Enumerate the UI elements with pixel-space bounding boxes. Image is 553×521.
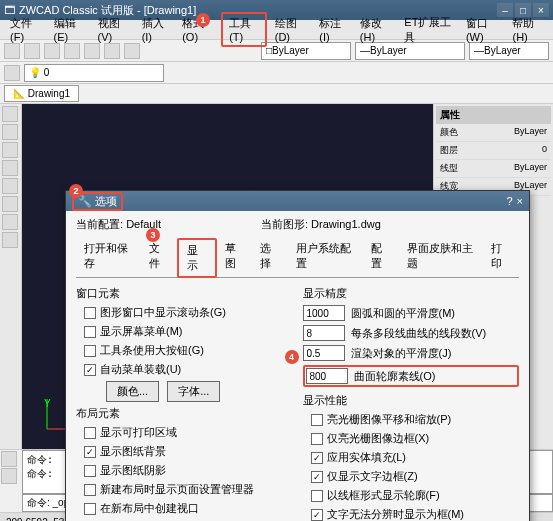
dialog-help-icon[interactable]: ?	[506, 195, 512, 207]
callout-2: 2	[69, 184, 83, 198]
tab-skin[interactable]: 界面皮肤和主题	[399, 238, 484, 277]
tool-hatch[interactable]	[2, 214, 18, 230]
prop-row: 图层0	[436, 142, 551, 160]
tab-file[interactable]: 文件	[141, 238, 177, 277]
layer-select[interactable]: 💡 0	[24, 64, 164, 82]
chk-pagesetup[interactable]	[84, 484, 96, 496]
workspace: Y X 属性 颜色ByLayer 图层0 线型ByLayer 线宽ByLayer…	[0, 104, 553, 449]
cmd-tool-1[interactable]	[1, 451, 17, 467]
menu-edit[interactable]: 编辑(E)	[48, 14, 90, 45]
chk-papershadow[interactable]	[84, 465, 96, 477]
left-toolbar	[0, 104, 22, 449]
chk-text-box[interactable]	[311, 509, 323, 521]
tool-text[interactable]	[2, 196, 18, 212]
props-title: 属性	[436, 106, 551, 124]
cmd-tools	[0, 450, 22, 485]
tab-print[interactable]: 打印	[483, 238, 519, 277]
left-column: 窗口元素 图形窗口中显示滚动条(G) 显示屏幕菜单(M) 工具条使用大按钮(G)…	[76, 286, 293, 521]
chk-screenmenu[interactable]	[84, 326, 96, 338]
tool-line[interactable]	[2, 106, 18, 122]
chk-paperbg[interactable]	[84, 446, 96, 458]
tool-arc[interactable]	[2, 160, 18, 176]
btn-font[interactable]: 字体...	[167, 381, 220, 402]
menu-tools[interactable]: 工具(T)	[221, 12, 267, 47]
tool-rect[interactable]	[2, 124, 18, 140]
dwg-value: Drawing1.dwg	[311, 218, 381, 230]
group-precision: 显示精度	[303, 286, 520, 301]
menu-file[interactable]: 文件(F)	[4, 14, 46, 45]
tab-display[interactable]: 显示	[177, 238, 217, 278]
group-performance: 显示性能	[303, 393, 520, 408]
document-bar: 📐 Drawing1	[0, 84, 553, 104]
tabs: 3 打开和保存 文件 显示 草图 选择 用户系统配置 配置 界面皮肤和主题 打印	[76, 238, 519, 278]
polyline-segs-input[interactable]	[303, 325, 345, 341]
toolbar-2: 💡 0	[0, 62, 553, 84]
tool-poly[interactable]	[2, 178, 18, 194]
prop-row: 颜色ByLayer	[436, 124, 551, 142]
menu-draw[interactable]: 绘图(D)	[269, 14, 312, 45]
surface-contour-input[interactable]	[306, 368, 348, 384]
menu-dim[interactable]: 标注(I)	[313, 14, 352, 45]
chk-automenu[interactable]	[84, 364, 96, 376]
callout-4: 4	[285, 350, 299, 364]
chk-raster-frame[interactable]	[311, 433, 323, 445]
options-dialog: 2 🔧 选项 ? × 当前配置: Default 当前图形: Drawing1.…	[65, 190, 530, 521]
cmd-tool-2[interactable]	[1, 468, 17, 484]
chk-text-frame[interactable]	[311, 471, 323, 483]
menu-bar: 1 文件(F) 编辑(E) 视图(V) 插入(I) 格式(O) 工具(T) 绘图…	[0, 20, 553, 40]
chk-wireframe[interactable]	[311, 490, 323, 502]
menu-window[interactable]: 窗口(W)	[460, 14, 505, 45]
prop-row: 线型ByLayer	[436, 160, 551, 178]
right-column: 4 显示精度 圆弧和圆的平滑度(M) 每条多段线曲线的线段数(V) 渲染对象的平…	[303, 286, 520, 521]
dialog-titlebar[interactable]: 🔧 选项 ? ×	[66, 191, 529, 211]
menu-view[interactable]: 视图(V)	[92, 14, 134, 45]
arc-smooth-input[interactable]	[303, 305, 345, 321]
menu-help[interactable]: 帮助(H)	[506, 14, 549, 45]
group-layout-elements: 布局元素	[76, 406, 293, 421]
tab-select[interactable]: 选择	[252, 238, 288, 277]
tab-user[interactable]: 用户系统配置	[288, 238, 363, 277]
tool-dim[interactable]	[2, 232, 18, 248]
btn-color[interactable]: 颜色...	[106, 381, 159, 402]
callout-3: 3	[146, 228, 160, 242]
chk-viewport[interactable]	[84, 503, 96, 515]
doc-tab[interactable]: 📐 Drawing1	[4, 85, 79, 102]
tab-open-save[interactable]: 打开和保存	[76, 238, 141, 277]
group-window-elements: 窗口元素	[76, 286, 293, 301]
menu-insert[interactable]: 插入(I)	[136, 14, 175, 45]
menu-et[interactable]: ET扩展工具	[398, 13, 458, 47]
tab-profile[interactable]: 配置	[363, 238, 399, 277]
tb-layer[interactable]	[4, 65, 20, 81]
tab-draft[interactable]: 草图	[217, 238, 253, 277]
chk-scrollbars[interactable]	[84, 307, 96, 319]
menu-modify[interactable]: 修改(H)	[354, 14, 397, 45]
chk-largebuttons[interactable]	[84, 345, 96, 357]
callout-1: 1	[196, 13, 210, 27]
tool-circle[interactable]	[2, 142, 18, 158]
chk-raster-pan[interactable]	[311, 414, 323, 426]
chk-printable[interactable]	[84, 427, 96, 439]
chk-solid-fill[interactable]	[311, 452, 323, 464]
render-smooth-input[interactable]	[303, 345, 345, 361]
dialog-close-icon[interactable]: ×	[517, 195, 523, 207]
cfg-label: 当前配置:	[76, 218, 123, 230]
dwg-label: 当前图形:	[261, 218, 308, 230]
